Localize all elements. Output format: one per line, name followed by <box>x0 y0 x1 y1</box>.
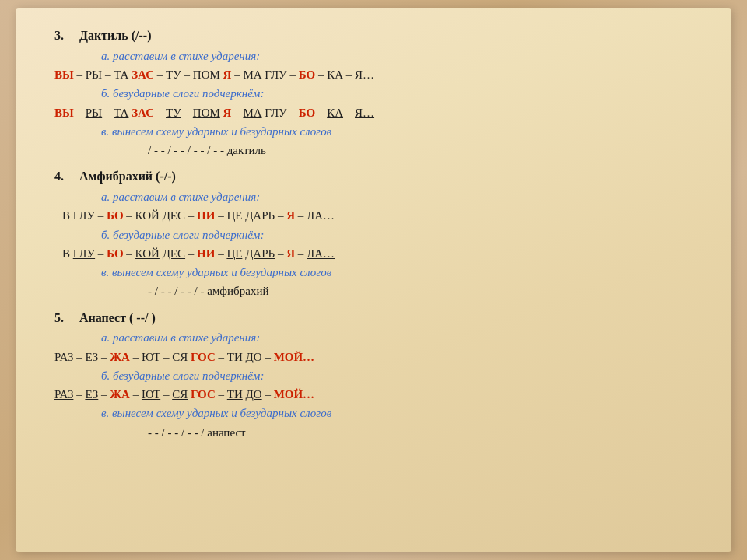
sub-label: в. вынесем схему ударных и безударных сл… <box>101 123 700 141</box>
line-block: РАЗ – ЕЗ – ЖА – ЮТ – СЯ ГОС – ТИ ДО – МО… <box>54 386 700 404</box>
line-block: РАЗ – ЕЗ – ЖА – ЮТ – СЯ ГОС – ТИ ДО – МО… <box>54 348 700 366</box>
sub-label: а. расставим в стихе ударения: <box>101 188 700 206</box>
section-amfibrakhiy: 4. Амфибрахий (-/-)а. расставим в стихе … <box>54 167 700 300</box>
schema-line: - / - - / - - / - амфибрахий <box>148 282 700 300</box>
sub-label: б. безударные слоги подчеркнём: <box>101 226 700 244</box>
schema-line: / - - / - - / - - / - - дактиль <box>148 142 700 159</box>
sub-label: б. безударные слоги подчеркнём: <box>101 367 700 385</box>
section-title-anapest: 5. Анапест ( --/ ) <box>54 309 700 328</box>
line-block: В ГЛУ – БО – КОЙ ДЕС – НИ – ЦЕ ДАРЬ – Я … <box>62 245 700 263</box>
sub-label: в. вынесем схему ударных и безударных сл… <box>101 264 700 282</box>
section-title-amfibrakhiy: 4. Амфибрахий (-/-) <box>54 167 700 187</box>
line-block: ВЫ – РЫ – ТА ЗАС – ТУ – ПОМ Я – МА ГЛУ –… <box>54 66 700 84</box>
schema-line: - - / - - / - - / анапест <box>148 424 700 442</box>
main-content: 3. Дактиль (/--)а. расставим в стихе уда… <box>16 8 731 552</box>
line-block: В ГЛУ – БО – КОЙ ДЕС – НИ – ЦЕ ДАРЬ – Я … <box>62 207 700 225</box>
section-dactyl: 3. Дактиль (/--)а. расставим в стихе уда… <box>54 26 700 159</box>
section-anapest: 5. Анапест ( --/ )а. расставим в стихе у… <box>54 309 700 442</box>
line-block: ВЫ – РЫ – ТА ЗАС – ТУ – ПОМ Я – МА ГЛУ –… <box>54 104 700 122</box>
section-title-dactyl: 3. Дактиль (/--) <box>54 26 700 46</box>
sub-label: а. расставим в стихе ударения: <box>101 329 700 347</box>
sub-label: а. расставим в стихе ударения: <box>101 47 700 65</box>
sub-label: в. вынесем схему ударных и безударных сл… <box>101 404 700 422</box>
sub-label: б. безударные слоги подчеркнём: <box>101 85 700 103</box>
